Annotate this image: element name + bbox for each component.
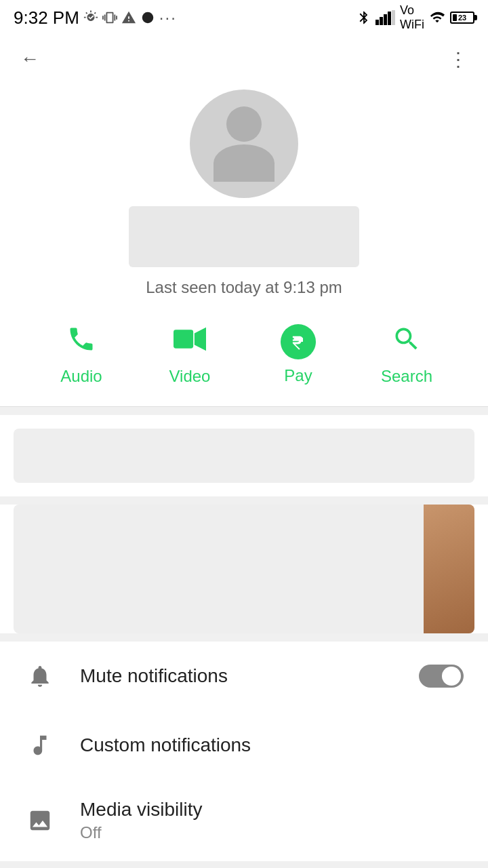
toggle-knob (442, 667, 461, 686)
media-visibility-sub: Off (80, 823, 464, 842)
search-icon (392, 324, 422, 360)
mute-notifications-title: Mute notifications (80, 665, 394, 687)
more-options-icon: ⋮ (449, 48, 468, 71)
battery-icon: 23 (450, 12, 474, 24)
avatar-head (226, 106, 262, 142)
last-seen-text: Last seen today at 9:13 pm (146, 278, 342, 297)
time-text: 9:32 PM (14, 7, 79, 28)
media-visibility-item[interactable]: Media visibility Off (0, 780, 488, 861)
bell-icon (24, 660, 56, 692)
svg-rect-3 (384, 14, 387, 25)
wifi-icon (428, 10, 446, 25)
status-time: 9:32 PM ··· (14, 7, 177, 28)
warning-icon (121, 10, 136, 25)
content-block-2 (14, 505, 474, 633)
profile-section: Last seen today at 9:13 pm (0, 83, 488, 311)
mute-toggle-container[interactable] (419, 665, 464, 688)
content-thumbnail (424, 505, 474, 633)
phone-icon (66, 324, 96, 360)
more-options-button[interactable]: ⋮ (445, 45, 472, 73)
music-note-icon (24, 730, 56, 761)
bottom-bar (0, 861, 488, 868)
battery-level: 23 (451, 14, 473, 22)
avatar-placeholder (214, 106, 274, 182)
pay-label: Pay (284, 366, 312, 385)
svg-rect-2 (380, 17, 383, 25)
rupee-icon (281, 324, 316, 359)
action-buttons: Audio Video Pay Search (0, 311, 488, 406)
section-gap-2 (0, 496, 488, 505)
status-bar: 9:32 PM ··· VoWiFi 23 (0, 0, 488, 35)
video-icon (174, 324, 206, 360)
content-block-1 (14, 429, 474, 483)
search-button[interactable]: Search (373, 324, 441, 386)
avatar[interactable] (190, 90, 298, 198)
back-button[interactable]: ← (16, 45, 43, 73)
video-button[interactable]: Video (156, 324, 224, 386)
audio-button[interactable]: Audio (47, 324, 115, 386)
svg-rect-1 (375, 20, 379, 25)
search-label: Search (381, 367, 432, 386)
avatar-body (214, 144, 274, 182)
top-nav: ← ⋮ (0, 35, 488, 83)
pay-button[interactable]: Pay (264, 324, 332, 386)
section-gap-3 (0, 633, 488, 642)
contact-name-placeholder (129, 206, 359, 267)
settings-section: Mute notifications Custom notifications … (0, 642, 488, 861)
mute-notifications-item[interactable]: Mute notifications (0, 642, 488, 711)
vo-wifi-label: VoWiFi (400, 3, 424, 32)
svg-rect-6 (174, 330, 193, 348)
dots-icon: ··· (159, 8, 177, 27)
circle-icon (140, 10, 155, 25)
svg-rect-4 (388, 12, 391, 25)
audio-label: Audio (60, 367, 102, 386)
mute-notifications-text: Mute notifications (80, 665, 394, 687)
svg-marker-7 (195, 328, 206, 351)
media-visibility-title: Media visibility (80, 799, 464, 821)
media-visibility-text: Media visibility Off (80, 799, 464, 842)
svg-rect-5 (392, 10, 395, 25)
vibrate-icon (102, 10, 117, 25)
image-icon (24, 805, 56, 836)
video-label: Video (169, 367, 211, 386)
alarm-icon (83, 10, 98, 25)
back-arrow-icon: ← (20, 48, 39, 70)
custom-notifications-item[interactable]: Custom notifications (0, 711, 488, 780)
section-gap-1 (0, 407, 488, 415)
svg-point-0 (142, 12, 154, 24)
custom-notifications-text: Custom notifications (80, 734, 464, 756)
custom-notifications-title: Custom notifications (80, 734, 464, 756)
status-icons-right: VoWiFi 23 (357, 3, 474, 32)
mute-toggle[interactable] (419, 665, 464, 688)
signal-icon (375, 10, 396, 25)
bluetooth-icon (357, 10, 371, 25)
